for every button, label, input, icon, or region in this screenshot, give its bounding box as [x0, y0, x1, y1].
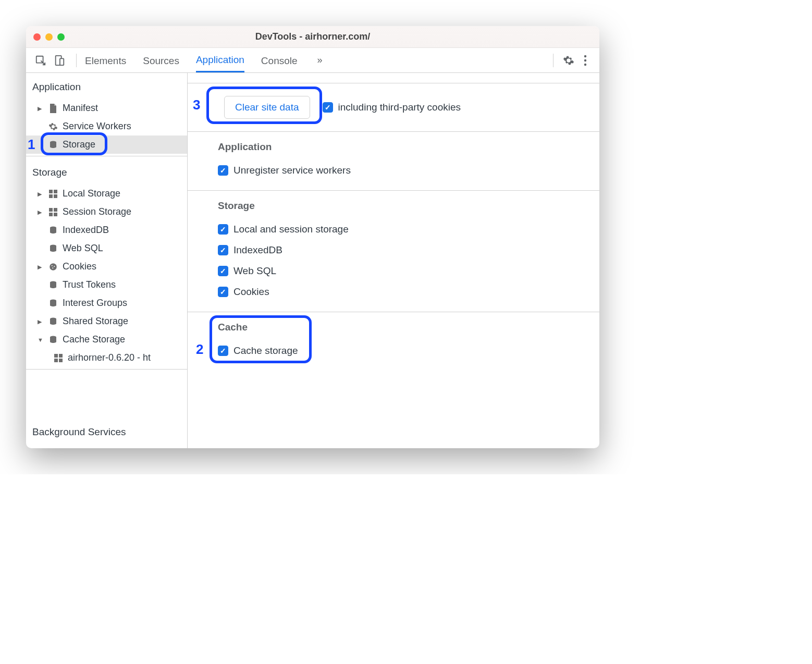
grid-icon [53, 353, 64, 363]
checkbox-checked-icon[interactable] [218, 245, 228, 255]
sidebar-section-background-services: Background Services [26, 418, 187, 448]
svg-rect-25 [54, 354, 58, 358]
svg-rect-10 [54, 194, 57, 198]
svg-point-18 [52, 265, 53, 266]
svg-point-20 [52, 267, 53, 268]
annotation-number-2: 2 [196, 341, 203, 358]
option-local-session-storage[interactable]: Local and session storage [218, 219, 588, 240]
tab-console[interactable]: Console [261, 49, 298, 72]
inspect-icon[interactable] [33, 53, 48, 68]
close-button[interactable] [33, 33, 41, 41]
sidebar-item-label: Local Storage [63, 188, 120, 199]
sidebar-item-label: Storage [63, 139, 95, 150]
sidebar-item-storage[interactable]: Storage 1 [26, 136, 187, 154]
svg-point-17 [50, 263, 57, 270]
database-icon [48, 335, 58, 345]
option-indexeddb[interactable]: IndexedDB [218, 240, 588, 261]
annotation-number-3: 3 [193, 97, 200, 113]
sidebar-item-web-sql[interactable]: Web SQL [26, 239, 187, 257]
checkbox-label: IndexedDB [233, 244, 282, 256]
sidebar-item-label: Service Workers [63, 121, 131, 132]
section-storage: Storage Local and session storage Indexe… [188, 191, 599, 312]
svg-rect-12 [54, 208, 57, 212]
tab-application[interactable]: Application [196, 48, 244, 72]
option-unregister-service-workers[interactable]: Unregister service workers [218, 160, 588, 181]
svg-rect-7 [49, 190, 53, 193]
svg-rect-14 [54, 213, 57, 216]
sidebar-item-session-storage[interactable]: Session Storage [26, 203, 187, 221]
maximize-button[interactable] [57, 33, 65, 41]
checkbox-checked-icon[interactable] [323, 102, 333, 113]
checkbox-checked-icon[interactable] [218, 346, 228, 356]
sidebar-item-label: Interest Groups [63, 298, 127, 309]
checkbox-checked-icon[interactable] [218, 165, 228, 176]
sidebar-item-label: Manifest [63, 103, 98, 114]
sidebar-item-trust-tokens[interactable]: Trust Tokens [26, 276, 187, 294]
sidebar-item-shared-storage[interactable]: Shared Storage [26, 312, 187, 330]
application-sidebar: Application Manifest Service Workers [26, 73, 188, 448]
option-web-sql[interactable]: Web SQL [218, 261, 588, 281]
gear-icon [48, 121, 58, 132]
sidebar-item-local-storage[interactable]: Local Storage [26, 185, 187, 203]
svg-rect-13 [49, 213, 53, 216]
database-icon [48, 280, 58, 290]
checkbox-checked-icon[interactable] [218, 287, 228, 297]
svg-rect-28 [59, 359, 63, 362]
sidebar-item-manifest[interactable]: Manifest [26, 99, 187, 117]
sidebar-item-label: Trust Tokens [63, 279, 116, 290]
checkbox-checked-icon[interactable] [218, 266, 228, 276]
database-icon [48, 316, 58, 327]
svg-rect-2 [60, 58, 64, 65]
database-icon [48, 140, 58, 150]
chevron-right-icon [38, 208, 44, 216]
checkbox-label: including third-party cookies [338, 102, 461, 113]
chevron-right-icon [38, 104, 44, 112]
tab-sources[interactable]: Sources [143, 49, 179, 72]
section-application: Application Unregister service workers [188, 132, 599, 191]
svg-rect-11 [49, 208, 53, 212]
device-toggle-icon[interactable] [52, 53, 67, 68]
window-titlebar: DevTools - airhorner.com/ [26, 26, 599, 48]
sidebar-section-storage: Storage [26, 158, 187, 185]
sidebar-item-interest-groups[interactable]: Interest Groups [26, 294, 187, 312]
svg-rect-8 [54, 190, 57, 193]
tab-elements[interactable]: Elements [85, 49, 126, 72]
checkbox-label: Web SQL [233, 265, 276, 277]
database-icon [48, 243, 58, 254]
svg-point-19 [54, 266, 55, 267]
sidebar-item-indexeddb[interactable]: IndexedDB [26, 221, 187, 239]
svg-point-3 [584, 55, 586, 57]
checkbox-checked-icon[interactable] [218, 224, 228, 235]
section-title: Cache [218, 322, 588, 333]
more-icon[interactable] [579, 54, 592, 67]
sidebar-item-cookies[interactable]: Cookies [26, 257, 187, 276]
option-cookies[interactable]: Cookies [218, 281, 588, 302]
traffic-lights [33, 33, 65, 41]
devtools-window: DevTools - airhorner.com/ Elements Sourc… [26, 26, 599, 448]
clear-site-data-button[interactable]: Clear site data [224, 96, 310, 119]
svg-rect-26 [59, 354, 63, 358]
sidebar-item-cache-storage[interactable]: Cache Storage [26, 330, 187, 349]
settings-icon[interactable] [562, 54, 575, 67]
main-panel: Clear site data including third-party co… [188, 73, 599, 448]
sidebar-item-label: Web SQL [63, 243, 103, 254]
checkbox-label: Unregister service workers [233, 165, 351, 176]
svg-rect-27 [54, 359, 58, 362]
tabs-overflow-icon[interactable]: » [314, 55, 326, 66]
sidebar-section-application: Application [26, 73, 187, 99]
sidebar-item-label: Cache Storage [63, 334, 125, 345]
sidebar-item-cache-entry[interactable]: airhorner-0.6.20 - ht [26, 349, 187, 367]
section-title: Application [218, 141, 588, 153]
third-party-cookies-option[interactable]: including third-party cookies [323, 97, 461, 117]
grid-icon [48, 189, 58, 199]
sidebar-item-service-workers[interactable]: Service Workers [26, 117, 187, 136]
sidebar-item-label: Shared Storage [63, 316, 128, 327]
option-cache-storage[interactable]: Cache storage [218, 340, 588, 361]
chevron-right-icon [38, 190, 44, 198]
minimize-button[interactable] [45, 33, 53, 41]
section-title: Storage [218, 200, 588, 212]
checkbox-label: Cookies [233, 286, 269, 298]
panel-tabs: Elements Sources Application Console » [85, 48, 548, 72]
svg-point-4 [584, 59, 586, 61]
checkbox-label: Local and session storage [233, 224, 349, 235]
